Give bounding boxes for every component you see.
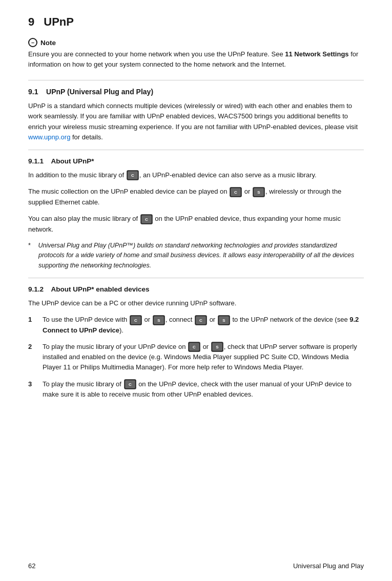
note-label: Note <box>40 39 56 47</box>
section-9-1-1-para2: The music collection on the UPnP enabled… <box>28 186 364 208</box>
note-icon: – <box>28 38 37 47</box>
device-icon-c7: C <box>124 379 136 389</box>
section-9-1-1: 9.1.1 About UPnP* In addition to the mus… <box>28 157 364 271</box>
note-text: Ensure you are connected to your home ne… <box>28 49 364 70</box>
section-9-1-1-para1: In addition to the music library of C , … <box>28 170 364 181</box>
device-icon-s1: S <box>253 187 265 197</box>
svg-text:C: C <box>145 217 148 222</box>
device-icon-c1: C <box>127 170 139 180</box>
footnote: * Universal Plug and Play (UPnP™) builds… <box>38 241 364 271</box>
device-icon-c4: C <box>130 315 142 325</box>
list-text-3: To play the music library of C on the UP… <box>43 379 364 400</box>
footnote-text: Universal Plug and Play (UPnP™) builds o… <box>38 242 354 269</box>
list-num-3: 3 <box>28 379 38 389</box>
divider-1 <box>28 80 364 80</box>
device-icon-s2: S <box>153 315 165 325</box>
device-icon-s3: S <box>218 315 230 325</box>
svg-text:S: S <box>257 190 260 195</box>
section-9-1-number: 9.1 <box>28 88 46 96</box>
svg-text:S: S <box>222 318 225 323</box>
chapter-title: UPnP <box>44 15 74 29</box>
note-header: – Note <box>28 38 364 47</box>
section-9-1-2-label: About UPnP* enabled devices <box>51 285 150 293</box>
svg-text:C: C <box>199 318 202 323</box>
list-num-2: 2 <box>28 342 38 352</box>
note-box: – Note Ensure you are connected to your … <box>28 38 364 70</box>
device-icon-c3: C <box>140 214 153 224</box>
list-item-3: 3 To play the music library of C on the … <box>28 379 364 400</box>
list-num-1: 1 <box>28 315 38 325</box>
svg-text:S: S <box>216 345 219 349</box>
note-bold-ref: 11 Network Settings <box>285 50 348 58</box>
section-9-1-body: UPnP is a standard which connects multip… <box>28 101 364 142</box>
divider-2 <box>28 150 364 150</box>
section-9-1-2: 9.1.2 About UPnP* enabled devices The UP… <box>28 285 364 400</box>
list-text-2: To play the music library of your UPnP d… <box>43 342 364 373</box>
device-icon-c6: C <box>188 342 200 352</box>
device-icon-c5: C <box>195 315 207 325</box>
footnote-asterisk: * <box>28 241 36 251</box>
divider-3 <box>28 278 364 278</box>
chapter-number: 9 <box>28 15 34 29</box>
footer-page-number: 62 <box>28 562 35 570</box>
note-body-text: Ensure you are connected to your home ne… <box>28 50 285 58</box>
device-icon-c2: C <box>230 187 242 197</box>
page-header: 9 UPnP <box>28 15 364 29</box>
svg-text:C: C <box>234 190 237 195</box>
device-icon-s4: S <box>211 342 223 352</box>
footer-label: Universal Plug and Play <box>293 562 364 570</box>
section-9-1-2-number: 9.1.2 <box>28 285 51 293</box>
section-9-1-label: UPnP (Universal Plug and Play) <box>46 88 153 96</box>
section-9-1-title: 9.1 UPnP (Universal Plug and Play) <box>28 88 364 96</box>
list-item-2: 2 To play the music library of your UPnP… <box>28 342 364 373</box>
list-text-1: To use the UPnP device with C or S , con… <box>43 315 364 336</box>
section-9-1: 9.1 UPnP (Universal Plug and Play) UPnP … <box>28 88 364 142</box>
list-item-1: 1 To use the UPnP device with C or S , c… <box>28 315 364 336</box>
upnp-link[interactable]: www.upnp.org <box>28 133 70 141</box>
svg-text:S: S <box>157 318 160 323</box>
svg-text:C: C <box>134 318 137 323</box>
page-footer: 62 Universal Plug and Play <box>28 562 364 570</box>
numbered-list: 1 To use the UPnP device with C or S , c… <box>28 315 364 400</box>
section-9-1-1-label: About UPnP* <box>51 157 94 165</box>
section-9-1-2-intro: The UPnP device can be a PC or other dev… <box>28 298 364 308</box>
svg-text:C: C <box>131 173 134 178</box>
section-9-1-1-title: 9.1.1 About UPnP* <box>28 157 364 165</box>
section-9-1-1-number: 9.1.1 <box>28 157 51 165</box>
section-9-1-2-title: 9.1.2 About UPnP* enabled devices <box>28 285 364 293</box>
section-9-1-1-para3: You can also play the music library of C… <box>28 214 364 235</box>
svg-text:C: C <box>193 345 196 349</box>
svg-text:C: C <box>129 382 132 387</box>
